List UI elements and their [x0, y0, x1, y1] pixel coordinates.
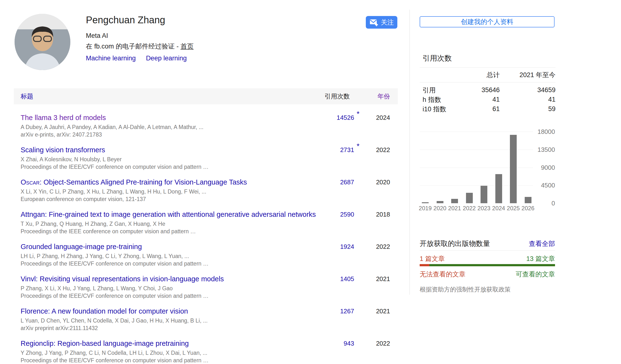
publication-year-cell: 2018	[362, 210, 398, 219]
publication-authors: L Yuan, D Chen, YL Chen, N Codella, X Da…	[21, 317, 325, 324]
cited-by-count-link[interactable]: 14526	[337, 114, 354, 121]
homepage-link[interactable]: 首页	[180, 43, 194, 50]
publication-title-link[interactable]: Scaling vision transformers	[21, 146, 105, 154]
publication-year: 2022	[376, 340, 390, 347]
view-all-link[interactable]: 查看全部	[529, 239, 555, 248]
profile-affiliation: Meta AI	[86, 32, 194, 40]
publication-row: Oscar: Object-Semantics Aligned Pre-trai…	[14, 178, 398, 203]
publication-title-link[interactable]: The llama 3 herd of models	[21, 114, 106, 121]
citations-chart: 0450090001350018000201920202021202220232…	[420, 132, 555, 214]
open-access-footnote: 根据资助方的强制性开放获取政策	[420, 285, 511, 293]
publication-row: Scaling vision transformersX Zhai, A Kol…	[14, 145, 398, 171]
publication-title-link[interactable]: Oscar: Object-Semantics Aligned Pre-trai…	[21, 178, 247, 186]
cited-by-count-link[interactable]: 2731	[340, 146, 354, 153]
chart-bar[interactable]	[422, 202, 429, 203]
citation-stat-all: 61	[461, 105, 500, 113]
citation-stats-table: 总计 2021 年至今 引用3564634659h 指数4141i10 指数61…	[420, 67, 555, 114]
chart-bar[interactable]	[466, 193, 473, 203]
citation-stat-label[interactable]: 引用	[420, 86, 461, 95]
publications-header: 标题 引用次数 年份	[14, 88, 398, 104]
publication-year: 2021	[376, 275, 390, 282]
cited-by-count-link[interactable]: 943	[344, 340, 354, 347]
publication-authors: A Dubey, A Jauhri, A Pandey, A Kadian, A…	[21, 123, 325, 131]
publication-authors: X Zhai, A Kolesnikov, N Houlsby, L Beyer	[21, 156, 325, 163]
chart-bar[interactable]	[437, 201, 443, 203]
publication-cited-cell: 14526*	[325, 113, 362, 122]
chart-ytick-label: 18000	[533, 128, 555, 135]
publication-main: Vinvl: Revisiting visual representations…	[14, 274, 325, 300]
citation-stat-label[interactable]: h 指数	[420, 95, 461, 104]
available-count-link[interactable]: 13 篇文章	[526, 254, 555, 263]
publication-cited-cell: 2731*	[325, 145, 362, 154]
citation-stat-row: 引用3564634659	[420, 85, 555, 95]
cited-by-count-link[interactable]: 2687	[340, 179, 354, 186]
title-smallcaps: Oscar	[21, 178, 39, 186]
follow-button[interactable]: 关注	[366, 16, 397, 29]
cited-by-count-link[interactable]: 1267	[340, 308, 354, 315]
citation-stat-all: 35646	[461, 86, 500, 94]
publication-main: Scaling vision transformersX Zhai, A Kol…	[14, 145, 325, 171]
publication-year-cell: 2020	[362, 178, 398, 187]
publication-row: Vinvl: Revisiting visual representations…	[14, 274, 398, 300]
sort-by-title-link[interactable]: 标题	[21, 93, 33, 100]
publication-authors: T Xu, P Zhang, Q Huang, H Zhang, Z Gan, …	[21, 220, 325, 228]
publication-title-link[interactable]: Grounded language-image pre-training	[21, 243, 142, 250]
publication-year-cell: 2022	[362, 145, 398, 154]
chart-bar[interactable]	[495, 174, 502, 203]
publication-main: Attngan: Fine-grained text to image gene…	[14, 210, 325, 235]
publication-title-link[interactable]: Vinvl: Revisiting visual representations…	[21, 275, 224, 283]
publication-row: Attngan: Fine-grained text to image gene…	[14, 210, 398, 235]
scholar-profile-page: Pengchuan Zhang Meta AI 在 fb.com 的电子邮件经过…	[0, 0, 621, 364]
verified-email-text: 在 fb.com 的电子邮件经过验证 -	[86, 43, 180, 50]
col-all: 总计	[461, 71, 500, 79]
publication-venue: arXiv preprint arXiv:2111.11432	[21, 324, 325, 332]
publication-venue: European conference on computer vision, …	[21, 196, 325, 203]
publication-year: 2024	[376, 114, 390, 121]
publication-title-link[interactable]: Regionclip: Region-based language-image …	[21, 340, 189, 347]
cited-by-count-link[interactable]: 1405	[340, 275, 354, 282]
publication-title-link[interactable]: Attngan: Fine-grained text to image gene…	[21, 211, 316, 218]
chart-year-label: 2021	[446, 205, 463, 212]
citation-stat-since: 59	[500, 105, 555, 113]
publication-venue: Proceedings of the IEEE/CVF conference o…	[21, 163, 325, 171]
publication-main: Florence: A new foundation model for com…	[14, 307, 325, 332]
interests: Machine learningDeep learning	[86, 55, 194, 62]
publication-authors: X Li, X Yin, C Li, P Zhang, X Hu, L Zhan…	[21, 188, 325, 196]
publication-year: 2022	[376, 243, 390, 250]
unavailable-bar-segment	[420, 264, 429, 266]
chart-gridline	[420, 132, 533, 132]
profile-photo-placeholder	[15, 14, 70, 70]
available-label: 可查看的文章	[516, 270, 555, 279]
chart-bar[interactable]	[451, 199, 458, 203]
chart-year-label: 2024	[490, 205, 507, 212]
citation-stats-header: 总计 2021 年至今	[420, 67, 555, 83]
create-profile-button[interactable]: 创建我的个人资料	[420, 16, 554, 27]
column-divider	[410, 10, 410, 295]
chart-bar[interactable]	[481, 186, 487, 203]
chart-year-label: 2023	[475, 205, 492, 212]
citation-stat-row: h 指数4141	[420, 95, 555, 104]
verified-email-line: 在 fb.com 的电子邮件经过验证 - 首页	[86, 42, 194, 51]
citation-stat-label[interactable]: i10 指数	[420, 105, 461, 114]
publication-year-cell: 2022	[362, 339, 398, 348]
chart-year-label: 2022	[461, 205, 478, 212]
publication-year-cell: 2022	[362, 242, 398, 251]
profile-info: Pengchuan Zhang Meta AI 在 fb.com 的电子邮件经过…	[86, 14, 194, 62]
cited-by-count-link[interactable]: 1924	[340, 243, 354, 250]
publication-main: Oscar: Object-Semantics Aligned Pre-trai…	[14, 178, 325, 203]
chart-year-label: 2026	[520, 205, 536, 212]
citation-stat-row: i10 指数6159	[420, 104, 555, 114]
publication-year: 2021	[376, 308, 390, 315]
chart-year-label: 2019	[417, 205, 434, 212]
interest-link[interactable]: Machine learning	[86, 55, 136, 62]
publication-authors: LH Li, P Zhang, H Zhang, J Yang, C Li, Y…	[21, 252, 325, 260]
publication-title-link[interactable]: Florence: A new foundation model for com…	[21, 307, 188, 315]
cited-by-count-link[interactable]: 2590	[340, 211, 354, 218]
citation-stats-rows: 引用3564634659h 指数4141i10 指数6159	[420, 83, 555, 114]
publication-cited-cell: 943	[325, 339, 362, 348]
sort-by-year-link[interactable]: 年份	[378, 93, 390, 100]
unavailable-count-link[interactable]: 1 篇文章	[420, 254, 445, 263]
interest-link[interactable]: Deep learning	[146, 55, 187, 62]
chart-bar[interactable]	[510, 135, 517, 203]
chart-bar[interactable]	[525, 197, 532, 203]
